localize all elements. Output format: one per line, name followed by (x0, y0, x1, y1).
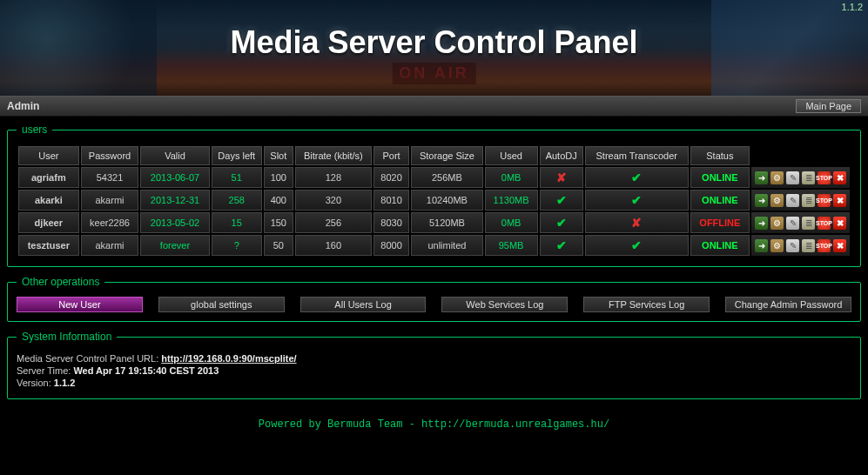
new-user-button[interactable]: New User (17, 297, 143, 312)
toolbar: Admin Main Page (0, 96, 868, 117)
cell-transcoder: ✔ (585, 190, 689, 211)
cell-port: 8020 (373, 167, 409, 188)
delete-icon[interactable]: ✖ (833, 239, 846, 252)
col-password: Password (81, 146, 139, 165)
all-users-log-button[interactable]: All Users Log (300, 297, 427, 312)
check-icon: ✔ (556, 216, 567, 230)
change-admin-password-button[interactable]: Change Admin Password (725, 297, 851, 312)
sysinfo-url-label: Media Server Control Panel URL: (17, 353, 161, 364)
cell-transcoder: ✘ (585, 212, 689, 233)
footer-link[interactable]: http://bermuda.unrealgames.hu/ (421, 418, 609, 431)
stop-icon[interactable]: STOP (818, 239, 831, 252)
config-icon[interactable]: ⚙ (770, 239, 784, 252)
edit-icon[interactable]: ✎ (786, 194, 799, 207)
log-icon[interactable]: ≣ (802, 171, 815, 184)
edit-icon[interactable]: ✎ (786, 171, 799, 184)
check-icon: ✔ (631, 238, 642, 252)
delete-icon[interactable]: ✖ (833, 171, 846, 184)
system-information-legend: System Information (17, 331, 117, 343)
col-valid: Valid (140, 146, 209, 165)
cell-transcoder: ✔ (585, 167, 689, 188)
cell-password: akarmi (81, 190, 139, 211)
cross-icon: ✘ (631, 216, 642, 230)
ftp-services-log-button[interactable]: FTP Services Log (583, 297, 710, 312)
cell-storage: 5120MB (411, 212, 482, 233)
login-icon[interactable]: ➜ (755, 171, 768, 184)
sysinfo-url-link[interactable]: http://192.168.0.9:90/mscplite/ (161, 353, 296, 364)
cell-used: 0MB (485, 212, 538, 233)
check-icon: ✔ (631, 171, 642, 184)
cell-slot: 100 (264, 167, 293, 188)
cell-storage: 256MB (411, 167, 482, 188)
sysinfo-version-line: Version: 1.1.2 (17, 378, 851, 388)
config-icon[interactable]: ⚙ (770, 194, 784, 207)
sysinfo-time-label: Server Time: (17, 365, 73, 376)
config-icon[interactable]: ⚙ (770, 217, 784, 230)
table-row: tesztuserakarmiforever?501608000unlimite… (18, 235, 850, 256)
users-fieldset: users User Password Valid Days left Slot… (7, 124, 861, 267)
cell-slot: 400 (264, 190, 293, 211)
stop-icon[interactable]: STOP (818, 217, 831, 230)
sysinfo-url-line: Media Server Control Panel URL: http://1… (17, 353, 851, 364)
web-services-log-button[interactable]: Web Services Log (441, 297, 568, 312)
col-days-left: Days left (212, 146, 262, 165)
login-icon[interactable]: ➜ (755, 194, 768, 207)
global-settings-button[interactable]: global settings (158, 297, 285, 312)
col-bitrate: Bitrate (kbit/s) (295, 146, 372, 165)
cell-used: 1130MB (485, 190, 538, 211)
other-operations-fieldset: Other operations New User global setting… (7, 276, 861, 322)
log-icon[interactable]: ≣ (802, 217, 815, 230)
log-icon[interactable]: ≣ (802, 239, 815, 252)
sysinfo-version-label: Version: (17, 378, 54, 388)
on-air-label: ON AIR (392, 63, 475, 84)
edit-icon[interactable]: ✎ (786, 239, 799, 252)
system-information-fieldset: System Information Media Server Control … (7, 331, 861, 399)
cell-user: akarki (18, 190, 79, 211)
delete-icon[interactable]: ✖ (833, 194, 846, 207)
sysinfo-time-value: Wed Apr 17 19:15:40 CEST 2013 (73, 365, 219, 376)
delete-icon[interactable]: ✖ (833, 217, 846, 230)
cell-autodj: ✔ (540, 235, 583, 256)
cell-status: ONLINE (690, 235, 750, 256)
cross-icon: ✘ (556, 171, 567, 184)
login-icon[interactable]: ➜ (755, 239, 768, 252)
main-page-button[interactable]: Main Page (796, 99, 861, 113)
col-used: Used (485, 146, 538, 165)
stop-icon[interactable]: STOP (818, 194, 831, 207)
cell-bitrate: 128 (295, 167, 372, 188)
footer-text: Powered by Bermuda Team - (259, 418, 421, 431)
cell-port: 8010 (373, 190, 409, 211)
footer: Powered by Bermuda Team - http://bermuda… (0, 411, 868, 441)
col-status: Status (690, 146, 750, 165)
users-legend: users (17, 124, 52, 136)
config-icon[interactable]: ⚙ (770, 171, 784, 184)
cell-port: 8030 (373, 212, 409, 233)
cell-valid: 2013-12-31 (140, 190, 209, 211)
sysinfo-version-value: 1.1.2 (54, 378, 75, 388)
cell-user: tesztuser (18, 235, 79, 256)
cell-status: ONLINE (690, 167, 750, 188)
cell-days-left: 15 (212, 212, 262, 233)
cell-user: djkeer (18, 212, 79, 233)
other-operations-legend: Other operations (17, 276, 104, 288)
cell-valid: 2013-06-07 (140, 167, 209, 188)
cell-status: ONLINE (690, 190, 750, 211)
edit-icon[interactable]: ✎ (786, 217, 799, 230)
check-icon: ✔ (631, 193, 642, 207)
cell-bitrate: 160 (295, 235, 372, 256)
stop-icon[interactable]: STOP (818, 171, 831, 184)
cell-slot: 50 (264, 235, 293, 256)
cell-used: 95MB (485, 235, 538, 256)
cell-actions: ➜⚙✎≣STOP✖ (751, 167, 850, 188)
cell-days-left: 258 (212, 190, 262, 211)
col-user: User (18, 146, 79, 165)
users-table: User Password Valid Days left Slot Bitra… (17, 144, 851, 258)
col-port: Port (373, 146, 409, 165)
table-row: djkeerkeer22862013-05-021515025680305120… (18, 212, 850, 233)
cell-valid: 2013-05-02 (140, 212, 209, 233)
col-storage: Storage Size (411, 146, 482, 165)
login-icon[interactable]: ➜ (755, 217, 768, 230)
version-label-top: 1.1.2 (842, 2, 863, 12)
check-icon: ✔ (556, 193, 567, 207)
log-icon[interactable]: ≣ (802, 194, 815, 207)
